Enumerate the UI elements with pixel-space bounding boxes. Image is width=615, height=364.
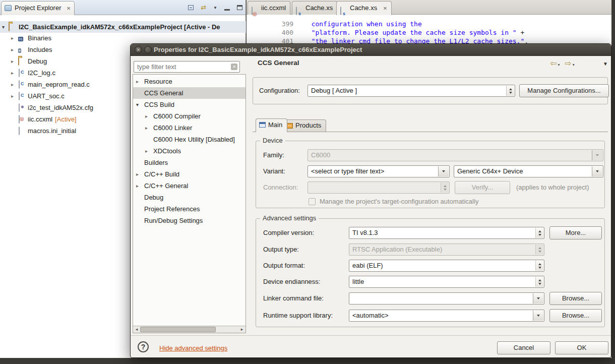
variant-filter-value: <select or type filter text>	[311, 166, 437, 177]
tree-item-cpp-general[interactable]: ▸ C/C++ General	[133, 180, 245, 192]
tree-item-binaries[interactable]: ▸ 01 Binaries	[0, 32, 246, 44]
minimize-icon[interactable]	[224, 9, 230, 11]
expand-arrow-icon[interactable]: ▸	[11, 67, 14, 79]
spinner-icon[interactable]	[535, 277, 543, 287]
browse-linker-button[interactable]: Browse...	[549, 292, 602, 305]
maximize-icon[interactable]	[237, 5, 242, 10]
expand-arrow-icon[interactable]: ▸	[145, 145, 148, 157]
tab-products[interactable]: Products	[283, 119, 326, 132]
scrollbar-thumb[interactable]	[140, 327, 216, 332]
tab-main[interactable]: Main	[256, 118, 287, 132]
output-format-value: eabi (ELF)	[352, 260, 532, 271]
expand-arrow-icon[interactable]: ▸	[11, 32, 14, 44]
close-tab-icon[interactable]: ✕	[383, 6, 387, 11]
forward-menu-icon[interactable]: ▾	[573, 63, 575, 67]
output-format-combo[interactable]: eabi (ELF)	[349, 260, 544, 272]
tree-item-label: C6000 Hex Utility [Disabled]	[153, 134, 235, 145]
expand-arrow-icon[interactable]: ▸	[11, 79, 14, 90]
auto-manage-checkbox	[309, 198, 316, 205]
editor-tab-cache-xs-1[interactable]: Cache.xs	[292, 1, 337, 15]
link-with-editor-icon[interactable]: ⇄	[201, 5, 206, 11]
scroll-left-icon[interactable]: ◂	[133, 326, 140, 333]
expand-arrow-icon[interactable]: ▸	[11, 90, 14, 102]
tree-item-resource[interactable]: ▸ Resource	[133, 76, 245, 87]
tree-item-project-references[interactable]: Project References	[133, 203, 245, 215]
back-arrow-icon[interactable]: ⇦	[550, 59, 557, 68]
variant-filter-combo[interactable]: <select or type filter text>	[307, 165, 450, 177]
cancel-button[interactable]: Cancel	[497, 341, 550, 354]
scroll-right-icon[interactable]: ▸	[238, 326, 245, 333]
tree-item-ccs-build[interactable]: ▾ CCS Build	[133, 99, 245, 110]
tree-item-ccs-general[interactable]: CCS General	[133, 87, 245, 99]
spinner-icon[interactable]	[506, 86, 514, 96]
clear-filter-icon[interactable]: ✕	[231, 64, 237, 70]
tree-item-label: C6000 Linker	[153, 122, 192, 134]
manage-configurations-button[interactable]: Manage Configurations...	[519, 84, 609, 97]
editor-tab-label: Cache.xs	[350, 4, 377, 12]
tree-item-debug[interactable]: Debug	[133, 192, 245, 203]
ok-button[interactable]: OK	[555, 341, 608, 354]
tree-item-xdctools[interactable]: ▸ XDCtools	[133, 145, 245, 157]
expand-arrow-icon[interactable]: ▸	[145, 110, 148, 122]
tree-item-run-debug-settings[interactable]: Run/Debug Settings	[133, 215, 245, 226]
expand-arrow-icon[interactable]: ▸	[11, 55, 14, 67]
variant-device-combo[interactable]: Generic C64x+ Device	[454, 165, 603, 177]
endianness-combo[interactable]: little	[349, 276, 544, 288]
tree-item-label: Debug	[144, 192, 163, 203]
ini-file-icon	[19, 127, 20, 135]
tree-item-c6000-compiler[interactable]: ▸ C6000 Compiler	[133, 110, 245, 122]
titlebar-button[interactable]	[144, 46, 152, 53]
hide-advanced-settings-link[interactable]: Hide advanced settings	[159, 344, 227, 352]
dropdown-arrow-icon[interactable]	[438, 166, 449, 176]
code-area[interactable]: 399configuration when using the 400"plat…	[247, 15, 611, 43]
forward-arrow-icon[interactable]: ⇨	[565, 59, 571, 68]
dropdown-arrow-icon[interactable]	[592, 166, 602, 176]
expand-arrow-icon[interactable]: ▸	[136, 180, 139, 192]
collapse-all-icon[interactable]	[188, 5, 194, 10]
help-button[interactable]: ?	[138, 341, 149, 352]
expand-arrow-icon[interactable]: ▸	[136, 76, 139, 87]
linker-command-file-label: Linker command file:	[263, 292, 324, 305]
tree-item-builders[interactable]: Builders	[133, 157, 245, 168]
tree-item-c6000-linker[interactable]: ▸ C6000 Linker	[133, 122, 245, 134]
code-string: "platform. Please update the cache size …	[312, 29, 517, 36]
editor-tab-cache-xs-2[interactable]: Cache.xs ✕	[336, 1, 392, 15]
back-menu-icon[interactable]: ▾	[558, 63, 560, 67]
expand-arrow-icon[interactable]: ▸	[145, 122, 148, 134]
editor-tab-iic-ccxml[interactable]: iic.ccxml	[248, 1, 290, 15]
dropdown-arrow-icon[interactable]	[533, 293, 543, 304]
connection-label: Connection:	[263, 181, 298, 194]
tree-item-label: Debug	[28, 55, 47, 67]
expand-arrow-icon[interactable]: ▾	[2, 21, 5, 33]
expand-arrow-icon[interactable]: ▸	[136, 168, 139, 180]
spinner-icon[interactable]	[535, 261, 543, 271]
tree-item-label: I2C_log.c	[28, 67, 55, 79]
tree-item-c6000-hex-utility[interactable]: C6000 Hex Utility [Disabled]	[133, 134, 245, 145]
spinner-icon[interactable]	[535, 228, 543, 238]
compiler-version-label: Compiler version:	[263, 227, 314, 239]
tab-label: Products	[295, 122, 321, 129]
page-menu-icon[interactable]: ▼	[603, 61, 608, 67]
runtime-library-combo[interactable]: <automatic>	[349, 310, 544, 322]
configuration-combo[interactable]: Debug [ Active ]	[307, 85, 515, 97]
close-button[interactable]: ✕	[135, 46, 142, 53]
tree-item-project-root[interactable]: ▾ I2C_BasicExample_idkAM572x_c66xExample…	[0, 21, 246, 33]
filter-input[interactable]	[134, 61, 240, 73]
tree-item-cpp-build[interactable]: ▸ C/C++ Build	[133, 168, 245, 180]
expand-arrow-icon[interactable]: ▸	[11, 44, 14, 55]
browse-runtime-button[interactable]: Browse...	[549, 309, 602, 322]
view-menu-icon[interactable]: ▼	[213, 6, 217, 10]
compiler-version-combo[interactable]: TI v8.1.3	[349, 227, 544, 239]
footer-divider	[131, 335, 611, 336]
linker-command-file-combo[interactable]	[349, 292, 544, 305]
close-view-icon[interactable]: ✕	[67, 6, 71, 11]
project-explorer-tab[interactable]: Project Explorer ✕	[1, 1, 75, 15]
code-line: 399configuration when using the	[247, 15, 611, 20]
endianness-label: Device endianness:	[263, 276, 320, 288]
dialog-titlebar[interactable]: ✕ Properties for I2C_BasicExample_idkAM5…	[131, 44, 611, 56]
more-button[interactable]: More...	[549, 226, 602, 239]
horizontal-scrollbar[interactable]: ◂ ▸	[133, 326, 245, 333]
expand-arrow-icon[interactable]: ▾	[136, 99, 139, 110]
dropdown-arrow-icon[interactable]	[533, 311, 543, 321]
advanced-settings-group: Advanced settings Compiler version: TI v…	[256, 218, 605, 327]
